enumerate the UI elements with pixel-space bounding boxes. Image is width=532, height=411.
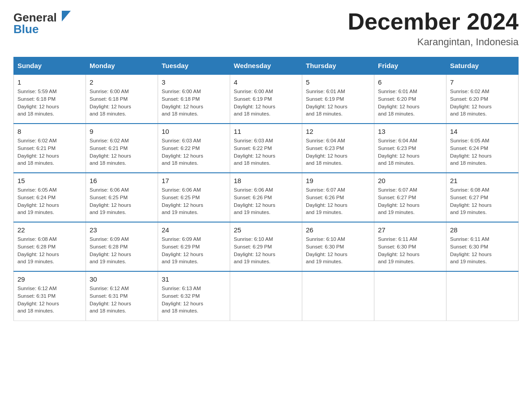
calendar-cell: 14 Sunrise: 6:05 AM Sunset: 6:24 PM Dayl… (446, 124, 519, 173)
calendar-cell: 20 Sunrise: 6:07 AM Sunset: 6:27 PM Dayl… (374, 173, 446, 222)
day-info: Sunrise: 6:08 AM Sunset: 6:28 PM Dayligh… (17, 235, 82, 265)
day-number: 11 (234, 128, 298, 135)
calendar-body: 1 Sunrise: 5:59 AM Sunset: 6:18 PM Dayli… (14, 74, 519, 321)
day-info: Sunrise: 6:11 AM Sunset: 6:30 PM Dayligh… (450, 235, 515, 265)
calendar-cell: 7 Sunrise: 6:02 AM Sunset: 6:20 PM Dayli… (446, 74, 519, 124)
weekday-header-monday: Monday (86, 57, 158, 75)
day-info: Sunrise: 6:05 AM Sunset: 6:24 PM Dayligh… (17, 186, 82, 216)
calendar-cell: 2 Sunrise: 6:00 AM Sunset: 6:18 PM Dayli… (86, 74, 158, 124)
day-info: Sunrise: 6:03 AM Sunset: 6:22 PM Dayligh… (162, 137, 226, 167)
calendar-table: SundayMondayTuesdayWednesdayThursdayFrid… (13, 57, 519, 321)
day-number: 4 (234, 78, 298, 86)
calendar-cell: 3 Sunrise: 6:00 AM Sunset: 6:18 PM Dayli… (158, 74, 230, 124)
day-number: 15 (17, 177, 82, 184)
calendar-cell: 24 Sunrise: 6:09 AM Sunset: 6:29 PM Dayl… (158, 222, 230, 271)
location: Karangintan, Indonesia (348, 36, 519, 48)
calendar-header: SundayMondayTuesdayWednesdayThursdayFrid… (14, 57, 519, 75)
day-info: Sunrise: 6:09 AM Sunset: 6:29 PM Dayligh… (162, 235, 226, 265)
calendar-cell: 9 Sunrise: 6:02 AM Sunset: 6:21 PM Dayli… (86, 124, 158, 173)
calendar-cell: 4 Sunrise: 6:00 AM Sunset: 6:19 PM Dayli… (230, 74, 302, 124)
calendar-week-4: 22 Sunrise: 6:08 AM Sunset: 6:28 PM Dayl… (14, 222, 519, 271)
svg-text:Blue: Blue (13, 22, 39, 36)
weekday-header-thursday: Thursday (302, 57, 374, 75)
day-number: 29 (17, 275, 82, 283)
calendar-cell: 25 Sunrise: 6:10 AM Sunset: 6:29 PM Dayl… (230, 222, 302, 271)
day-number: 22 (17, 226, 82, 234)
day-number: 31 (162, 275, 226, 283)
calendar-week-2: 8 Sunrise: 6:02 AM Sunset: 6:21 PM Dayli… (14, 124, 519, 173)
day-info: Sunrise: 6:02 AM Sunset: 6:21 PM Dayligh… (17, 137, 82, 167)
calendar-cell: 15 Sunrise: 6:05 AM Sunset: 6:24 PM Dayl… (14, 173, 86, 222)
svg-marker-1 (62, 11, 71, 21)
logo-svg: General Blue (13, 9, 72, 36)
calendar-week-1: 1 Sunrise: 5:59 AM Sunset: 6:18 PM Dayli… (14, 74, 519, 124)
day-info: Sunrise: 6:13 AM Sunset: 6:32 PM Dayligh… (162, 285, 226, 315)
calendar-cell: 19 Sunrise: 6:07 AM Sunset: 6:26 PM Dayl… (302, 173, 374, 222)
day-info: Sunrise: 6:07 AM Sunset: 6:26 PM Dayligh… (306, 186, 370, 216)
day-info: Sunrise: 6:02 AM Sunset: 6:21 PM Dayligh… (90, 137, 154, 167)
day-info: Sunrise: 6:07 AM Sunset: 6:27 PM Dayligh… (378, 186, 442, 216)
calendar-cell: 28 Sunrise: 6:11 AM Sunset: 6:30 PM Dayl… (446, 222, 519, 271)
calendar-cell: 5 Sunrise: 6:01 AM Sunset: 6:19 PM Dayli… (302, 74, 374, 124)
day-number: 16 (90, 177, 154, 184)
weekday-header-sunday: Sunday (14, 57, 86, 75)
day-number: 13 (378, 128, 442, 135)
weekday-header-friday: Friday (374, 57, 446, 75)
day-number: 25 (234, 226, 298, 234)
day-info: Sunrise: 6:12 AM Sunset: 6:31 PM Dayligh… (17, 285, 82, 315)
weekday-row: SundayMondayTuesdayWednesdayThursdayFrid… (14, 57, 519, 75)
weekday-header-saturday: Saturday (446, 57, 519, 75)
calendar-cell: 18 Sunrise: 6:06 AM Sunset: 6:26 PM Dayl… (230, 173, 302, 222)
day-info: Sunrise: 6:10 AM Sunset: 6:30 PM Dayligh… (306, 235, 370, 265)
day-number: 24 (162, 226, 226, 234)
page-header: General Blue December 2024 Karangintan, … (13, 9, 519, 48)
calendar-cell: 29 Sunrise: 6:12 AM Sunset: 6:31 PM Dayl… (14, 271, 86, 321)
day-number: 21 (450, 177, 515, 184)
day-info: Sunrise: 6:04 AM Sunset: 6:23 PM Dayligh… (378, 137, 442, 167)
day-info: Sunrise: 6:06 AM Sunset: 6:25 PM Dayligh… (162, 186, 226, 216)
calendar-cell: 8 Sunrise: 6:02 AM Sunset: 6:21 PM Dayli… (14, 124, 86, 173)
day-info: Sunrise: 6:06 AM Sunset: 6:26 PM Dayligh… (234, 186, 298, 216)
calendar-cell: 22 Sunrise: 6:08 AM Sunset: 6:28 PM Dayl… (14, 222, 86, 271)
day-number: 7 (450, 78, 515, 86)
day-number: 20 (378, 177, 442, 184)
calendar-cell: 23 Sunrise: 6:09 AM Sunset: 6:28 PM Dayl… (86, 222, 158, 271)
calendar-cell: 27 Sunrise: 6:11 AM Sunset: 6:30 PM Dayl… (374, 222, 446, 271)
day-info: Sunrise: 5:59 AM Sunset: 6:18 PM Dayligh… (17, 88, 82, 118)
calendar-cell: 26 Sunrise: 6:10 AM Sunset: 6:30 PM Dayl… (302, 222, 374, 271)
day-info: Sunrise: 6:06 AM Sunset: 6:25 PM Dayligh… (90, 186, 154, 216)
weekday-header-wednesday: Wednesday (230, 57, 302, 75)
day-number: 19 (306, 177, 370, 184)
day-number: 17 (162, 177, 226, 184)
day-info: Sunrise: 6:02 AM Sunset: 6:20 PM Dayligh… (450, 88, 515, 118)
calendar-cell: 16 Sunrise: 6:06 AM Sunset: 6:25 PM Dayl… (86, 173, 158, 222)
calendar-cell: 31 Sunrise: 6:13 AM Sunset: 6:32 PM Dayl… (158, 271, 230, 321)
day-number: 2 (90, 78, 154, 86)
day-number: 12 (306, 128, 370, 135)
day-info: Sunrise: 6:00 AM Sunset: 6:19 PM Dayligh… (234, 88, 298, 118)
calendar-cell: 17 Sunrise: 6:06 AM Sunset: 6:25 PM Dayl… (158, 173, 230, 222)
calendar-cell: 1 Sunrise: 5:59 AM Sunset: 6:18 PM Dayli… (14, 74, 86, 124)
calendar-cell: 6 Sunrise: 6:01 AM Sunset: 6:20 PM Dayli… (374, 74, 446, 124)
day-info: Sunrise: 6:10 AM Sunset: 6:29 PM Dayligh… (234, 235, 298, 265)
calendar-week-5: 29 Sunrise: 6:12 AM Sunset: 6:31 PM Dayl… (14, 271, 519, 321)
calendar-cell (374, 271, 446, 321)
day-number: 10 (162, 128, 226, 135)
day-info: Sunrise: 6:00 AM Sunset: 6:18 PM Dayligh… (162, 88, 226, 118)
calendar-cell: 10 Sunrise: 6:03 AM Sunset: 6:22 PM Dayl… (158, 124, 230, 173)
day-info: Sunrise: 6:01 AM Sunset: 6:19 PM Dayligh… (306, 88, 370, 118)
weekday-header-tuesday: Tuesday (158, 57, 230, 75)
calendar-cell (302, 271, 374, 321)
day-number: 27 (378, 226, 442, 234)
day-number: 26 (306, 226, 370, 234)
day-number: 8 (17, 128, 82, 135)
calendar-cell: 11 Sunrise: 6:03 AM Sunset: 6:22 PM Dayl… (230, 124, 302, 173)
day-number: 6 (378, 78, 442, 86)
calendar-week-3: 15 Sunrise: 6:05 AM Sunset: 6:24 PM Dayl… (14, 173, 519, 222)
day-info: Sunrise: 6:08 AM Sunset: 6:27 PM Dayligh… (450, 186, 515, 216)
day-number: 5 (306, 78, 370, 86)
title-section: December 2024 Karangintan, Indonesia (348, 9, 519, 48)
day-number: 1 (17, 78, 82, 86)
calendar-cell (446, 271, 519, 321)
day-info: Sunrise: 6:03 AM Sunset: 6:22 PM Dayligh… (234, 137, 298, 167)
